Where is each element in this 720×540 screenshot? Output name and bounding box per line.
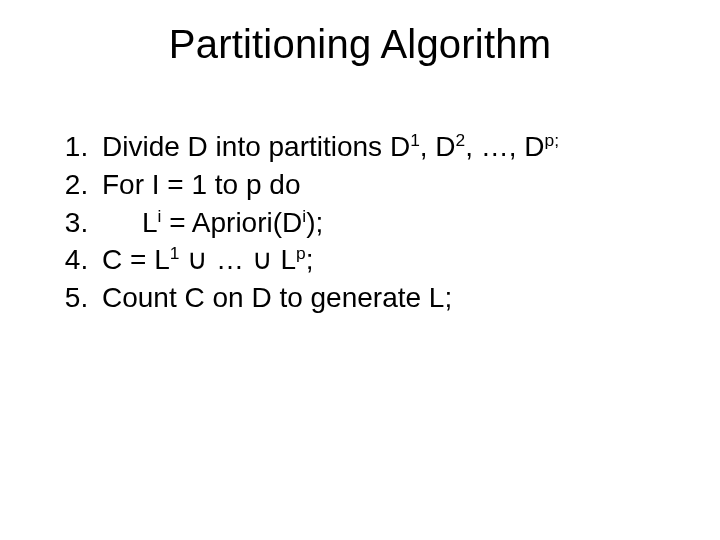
step-1-text-a: Divide D into partitions D — [102, 131, 410, 162]
step-1-text-c: , …, D — [465, 131, 544, 162]
step-1-sup-2: 2 — [456, 130, 466, 150]
step-1-sup-1: 1 — [410, 130, 420, 150]
step-4: C = L1 ∪ … ∪ Lp; — [96, 241, 680, 279]
step-4-text-a: C = L — [102, 244, 170, 275]
step-3: Li = Apriori(Di); — [96, 204, 680, 242]
slide-title: Partitioning Algorithm — [0, 22, 720, 67]
step-4-text-c: … — [208, 244, 252, 275]
step-4-text-d: L — [273, 244, 296, 275]
step-2: For I = 1 to p do — [96, 166, 680, 204]
step-4-text-e: ; — [306, 244, 314, 275]
algorithm-steps: Divide D into partitions D1, D2, …, Dp; … — [58, 128, 680, 317]
step-4-sup-1: 1 — [170, 243, 180, 263]
step-4-text-b — [179, 244, 187, 275]
slide-body: Divide D into partitions D1, D2, …, Dp; … — [58, 128, 680, 317]
step-3-text-b: = Apriori(D — [161, 207, 302, 238]
step-1-sup-3: p; — [545, 130, 559, 150]
step-3-text-a: L — [142, 207, 158, 238]
step-2-text-a: For I = 1 to p do — [102, 169, 300, 200]
step-4-sup-2: p — [296, 243, 306, 263]
union-icon: ∪ — [187, 244, 208, 275]
union-icon: ∪ — [252, 244, 273, 275]
step-1: Divide D into partitions D1, D2, …, Dp; — [96, 128, 680, 166]
step-3-text-c: ); — [306, 207, 323, 238]
slide: Partitioning Algorithm Divide D into par… — [0, 0, 720, 540]
step-1-text-b: , D — [420, 131, 456, 162]
step-5: Count C on D to generate L; — [96, 279, 680, 317]
step-5-text-a: Count C on D to generate L; — [102, 282, 452, 313]
